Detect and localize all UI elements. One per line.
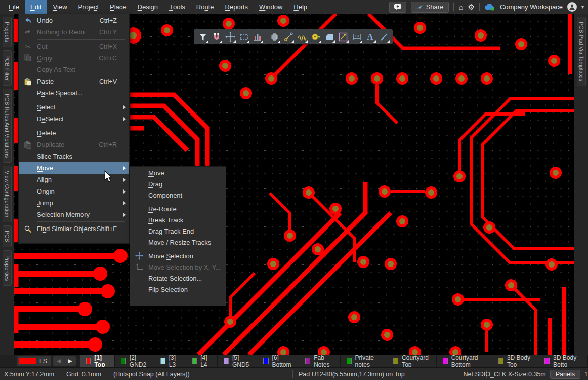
layer-tab-label: 3D Body Botto — [553, 354, 581, 368]
menu-item-paste-special[interactable]: Paste Special... — [19, 87, 129, 99]
toolbar-filter-icon[interactable] — [196, 30, 209, 44]
layer-set-button[interactable]: LS — [17, 356, 51, 366]
layer-tab-6-bottom[interactable]: [6] Bottom — [257, 355, 299, 367]
gear-icon[interactable]: ⚙ — [468, 3, 474, 11]
menu-item-select[interactable]: Select — [19, 101, 129, 113]
menu-window[interactable]: Window — [254, 0, 288, 14]
layer-tab-4-l4[interactable]: [4] L4 — [186, 355, 218, 367]
layer-tab-private-notes[interactable]: Private notes — [341, 355, 387, 367]
home-icon[interactable]: ⌂ — [458, 3, 463, 11]
menu-item-drag[interactable]: Drag — [130, 178, 226, 189]
toolbar-selection-icon[interactable] — [237, 30, 250, 44]
share-button[interactable]: Share — [411, 2, 449, 13]
chevron-down-icon[interactable]: ▾ — [581, 4, 584, 10]
toolbar-line-icon[interactable] — [377, 30, 391, 44]
snap-mode: (Hotspot Snap (All Layers)) — [113, 371, 190, 378]
menu-item-cut[interactable]: ✂CutCtrl+X — [19, 41, 129, 52]
user-avatar-icon[interactable] — [567, 2, 577, 12]
toolbar-edge-line-icon[interactable] — [337, 30, 350, 44]
panels-button[interactable]: Panels — [550, 370, 580, 379]
panel-tab-pcb[interactable]: PCB — [3, 225, 12, 247]
menu-bar: FileEditViewProjectPlaceDesignToolsRoute… — [0, 0, 588, 14]
menu-item-drag-track-end[interactable]: Drag Track End — [130, 225, 226, 237]
comment-plus-icon — [394, 4, 402, 10]
menu-item-label: Paste Special... — [35, 89, 82, 97]
toolbar-placement-icon[interactable] — [251, 30, 264, 44]
menu-place[interactable]: Place — [104, 0, 132, 14]
layer-tab-3d-body-top[interactable]: 3D Body Top — [492, 355, 538, 367]
layer-tab-courtyard-top[interactable]: Courtyard Top — [387, 355, 437, 367]
toolbar-tuning-icon[interactable] — [296, 30, 309, 44]
menu-project[interactable]: Project — [73, 0, 104, 14]
clipped-text: 1 — [584, 371, 588, 378]
menu-item-label: Copy — [35, 54, 52, 62]
panel-tab-properties[interactable]: Properties — [3, 250, 12, 286]
menu-item-re-route[interactable]: Re-Route — [130, 203, 226, 214]
layer-tab-1-top[interactable]: [1] Top — [80, 355, 115, 367]
menu-view[interactable]: View — [47, 0, 72, 14]
layer-tab-fab-notes[interactable]: Fab Notes — [299, 355, 340, 367]
toolbar-polygon-icon[interactable] — [323, 30, 336, 44]
comment-button[interactable] — [389, 2, 406, 13]
menu-help[interactable]: Help — [288, 0, 313, 14]
menu-item-slice-tracks[interactable]: Slice Tracks — [19, 150, 129, 162]
menu-item-nothing-to-redo[interactable]: Nothing to RedoCtrl+Y — [19, 26, 129, 38]
panel-tab-pcb-pad-via-templates[interactable]: PCB Pad Via Templates — [577, 17, 586, 86]
menu-item-deselect[interactable]: DeSelect — [19, 113, 129, 125]
panel-tab-pcb-filter[interactable]: PCB Filter — [3, 50, 12, 86]
menu-edit[interactable]: Edit — [25, 0, 47, 14]
chevron-right-icon[interactable]: ▶ — [64, 356, 75, 366]
workspace-label[interactable]: Company Workspace — [500, 3, 563, 11]
layer-color-swatch — [86, 358, 91, 364]
layer-tab-5-gnd5[interactable]: [5] GND5 — [218, 355, 257, 367]
toolbar-magnet-icon[interactable] — [210, 30, 223, 44]
toolbar-route-icon[interactable] — [282, 30, 295, 44]
toolbar-component-icon[interactable] — [268, 30, 281, 44]
menu-item-label: Paste — [35, 78, 54, 85]
menu-item-move-resize-tracks[interactable]: Move / Resize Tracks — [130, 237, 226, 248]
submenu-arrow-icon — [120, 189, 126, 194]
toolbar-via-icon[interactable] — [309, 30, 322, 44]
menu-item-copy-as-text[interactable]: Copy As Text — [19, 64, 129, 75]
menu-item-undo[interactable]: UndoCtrl+Z — [19, 15, 129, 26]
menu-item-duplicate[interactable]: DuplicateCtrl+R — [19, 139, 129, 150]
edit-menu: UndoCtrl+ZNothing to RedoCtrl+Y✂CutCtrl+… — [18, 14, 130, 244]
menu-item-move-selection-by-x-y[interactable]: Move Selection by X, Y... — [130, 261, 226, 273]
menu-item-move-selection[interactable]: Move Selection — [130, 250, 226, 261]
menu-item-selection-memory[interactable]: Selection Memory — [19, 209, 129, 220]
mouse-cursor — [103, 170, 113, 182]
menu-item-flip-selection[interactable]: Flip Selection — [130, 284, 226, 295]
menu-item-find-similar-objects[interactable]: Find Similar ObjectsShift+F — [19, 223, 129, 235]
layer-tab-label: Courtyard Bottom — [451, 354, 486, 368]
menu-item-rotate-selection[interactable]: Rotate Selection... — [130, 273, 226, 284]
layer-tab-2-gnd2[interactable]: [2] GND2 — [115, 355, 154, 367]
menu-reports[interactable]: Reports — [220, 0, 254, 14]
menu-item-origin[interactable]: Origin — [19, 185, 129, 197]
menu-design[interactable]: Design — [132, 0, 163, 14]
layer-tab-3-l3[interactable]: [3] L3 — [154, 355, 186, 367]
panel-tab-projects[interactable]: Projects — [3, 17, 12, 47]
toolbar-text-icon[interactable]: A — [364, 30, 377, 44]
panel-tab-view-configuration[interactable]: View Configuration — [3, 166, 12, 222]
menu-item-component[interactable]: Component — [130, 189, 226, 201]
status-bar: X:5mm Y:17.2mm Grid: 0.1mm (Hotspot Snap… — [0, 367, 588, 380]
layer-tab-courtyard-bottom[interactable]: Courtyard Bottom — [437, 355, 492, 367]
toolbar-dimension-icon[interactable]: 10 — [350, 30, 363, 44]
menu-tools[interactable]: Tools — [163, 0, 191, 14]
menu-item-move[interactable]: Move — [130, 167, 226, 178]
submenu-arrow-icon — [120, 117, 126, 121]
menu-file[interactable]: File — [3, 0, 25, 14]
layer-bar: LS ◀ ▶ [1] Top[2] GND2[3] L3[4] L4[5] GN… — [0, 355, 588, 367]
menu-item-break-track[interactable]: Break Track — [130, 214, 226, 225]
net-info: Net:SDIO_CLK X-Size:0.35m — [464, 371, 546, 378]
toolbar-move-cross-icon[interactable] — [224, 30, 237, 44]
menu-item-paste[interactable]: PasteCtrl+V — [19, 75, 129, 87]
menu-item-delete[interactable]: Delete — [19, 127, 129, 139]
menu-item-jump[interactable]: Jump — [19, 197, 129, 209]
menu-item-label: Jump — [35, 199, 53, 207]
menu-route[interactable]: Route — [191, 0, 220, 14]
layer-tab-3d-body-botto[interactable]: 3D Body Botto — [538, 355, 588, 367]
chevron-left-icon[interactable]: ◀ — [53, 356, 64, 366]
menu-item-copy[interactable]: CopyCtrl+C — [19, 52, 129, 64]
panel-tab-pcb-rules-and-violations[interactable]: PCB Rules And Violations — [3, 89, 12, 163]
